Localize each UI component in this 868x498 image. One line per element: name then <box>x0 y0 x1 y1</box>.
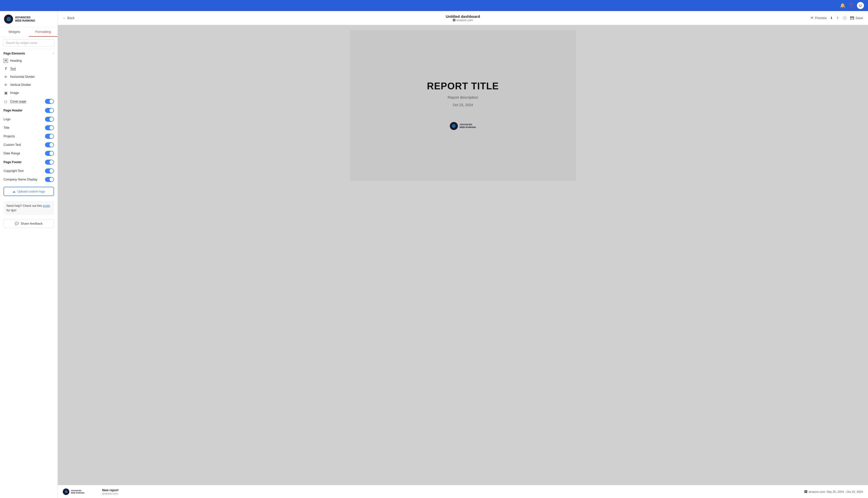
upload-icon: ☁ <box>12 189 16 193</box>
footer-logo-icon: 🌐 <box>63 488 69 495</box>
download-button[interactable]: ⬇ <box>830 16 833 20</box>
share-feedback-button[interactable]: 💬 Share feedback <box>3 219 54 228</box>
footer-report-sub: amazon.com <box>102 492 804 495</box>
logo-row-label: Logo <box>3 117 11 121</box>
preview-icon: 👁 <box>811 16 814 20</box>
dashboard-title: Untitled dashboard <box>446 14 480 18</box>
back-button[interactable]: ← Back <box>63 16 75 20</box>
custom-text-toggle[interactable] <box>45 142 54 147</box>
footer-report-name: New report <box>102 488 804 492</box>
report-date: Oct 23, 2024 <box>453 103 473 107</box>
history-icon: 🕐 <box>843 16 847 20</box>
notification-icon[interactable]: 🔔 <box>840 3 845 8</box>
content-area: ← Back Untitled dashboard 🅰 amazon.com 👁… <box>58 11 868 498</box>
share-icon: 💬 <box>15 222 19 225</box>
image-label: Image <box>10 91 54 95</box>
sidebar-item-copyright-text[interactable]: Copyright Text <box>0 167 57 175</box>
page-footer-label: Page Footer <box>3 160 22 164</box>
history-button[interactable]: 🕐 <box>843 16 847 20</box>
vertical-divider-label: Vertical Divider <box>10 83 54 87</box>
upload-label: Upload custom logo <box>17 190 45 193</box>
report-logo-icon: 🌐 <box>450 122 458 130</box>
footer-report-info: New report amazon.com <box>87 488 804 495</box>
cover-page-toggle[interactable] <box>45 99 54 104</box>
copyright-text-toggle[interactable] <box>45 168 54 173</box>
footer-logo: 🌐 Advanced WEB RANKING <box>63 488 85 495</box>
header-subtitle: 🅰 amazon.com <box>446 18 480 22</box>
help-link[interactable]: guide <box>43 204 50 208</box>
save-label: Save <box>855 16 863 20</box>
share-button[interactable]: ⇧ <box>837 16 839 20</box>
canvas-area: REPORT TITLE Report description Oct 23, … <box>58 25 868 485</box>
page-elements-chevron-icon[interactable]: › <box>53 52 54 55</box>
preview-button[interactable]: 👁 Preview <box>811 16 827 20</box>
report-logo-text: Advanced WEB RANKING <box>459 123 476 129</box>
horizontal-divider-icon: ✛ <box>3 75 8 79</box>
tab-formatting[interactable]: Formatting <box>29 27 58 37</box>
page-header-toggle[interactable] <box>45 108 54 113</box>
heading-label: Heading <box>10 59 54 63</box>
page-footer-toggle[interactable] <box>45 160 54 165</box>
main-layout: 🌐 Advanced WEB RANKING Widgets Formattin… <box>0 11 868 498</box>
page-header-label: Page Header <box>3 109 23 112</box>
help-suffix: for tips! <box>7 209 16 212</box>
sidebar-tabs: Widgets Formatting <box>0 27 57 37</box>
sidebar-help: Need help? Check out this guide for tips… <box>3 201 54 215</box>
footer-domain: amazon.com <box>809 490 825 493</box>
sidebar-item-vertical-divider[interactable]: ✛ Vertical Divider <box>0 81 57 89</box>
sidebar-item-custom-text[interactable]: Custom Text <box>0 141 57 149</box>
sidebar-item-logo[interactable]: Logo <box>0 115 57 123</box>
title-toggle[interactable] <box>45 125 54 130</box>
projects-row-label: Projects <box>3 134 15 138</box>
share-header-icon: ⇧ <box>837 16 839 20</box>
sidebar-item-projects[interactable]: Projects <box>0 132 57 141</box>
tab-widgets[interactable]: Widgets <box>0 27 29 37</box>
company-name-display-toggle[interactable] <box>45 177 54 182</box>
horizontal-divider-label: Horizontal Divider <box>10 75 54 79</box>
projects-toggle[interactable] <box>45 134 54 139</box>
sidebar-item-company-name-display[interactable]: Company Name Display <box>0 175 57 184</box>
sidebar-search <box>0 37 57 49</box>
content-header: ← Back Untitled dashboard 🅰 amazon.com 👁… <box>58 11 868 25</box>
top-bar: 🔔 ❓ U <box>0 0 868 11</box>
sidebar-item-text[interactable]: T Text <box>0 65 57 73</box>
upload-custom-logo-button[interactable]: ☁ Upload custom logo <box>3 187 54 196</box>
footer-date-range: Sep 25, 2024 - Oct 23, 2024 <box>827 490 863 493</box>
logo-text: Advanced WEB RANKING <box>15 16 35 22</box>
help-icon[interactable]: ❓ <box>848 3 854 8</box>
image-icon: ▣ <box>3 91 8 95</box>
header-center: Untitled dashboard 🅰 amazon.com <box>446 14 480 22</box>
search-input[interactable] <box>3 39 54 47</box>
company-name-display-label: Company Name Display <box>3 178 37 181</box>
sidebar-item-heading[interactable]: H Heading <box>0 57 57 65</box>
footer-amazon-icon: 🅰 <box>804 490 807 493</box>
heading-icon: H <box>3 59 8 63</box>
sidebar: 🌐 Advanced WEB RANKING Widgets Formattin… <box>0 11 58 498</box>
cover-page-label: Cover page <box>10 100 43 103</box>
download-icon: ⬇ <box>830 16 833 20</box>
sidebar-item-horizontal-divider[interactable]: ✛ Horizontal Divider <box>0 73 57 81</box>
sidebar-item-image[interactable]: ▣ Image <box>0 89 57 97</box>
title-row-label: Title <box>3 126 9 130</box>
save-icon: 💾 <box>850 16 854 20</box>
logo-toggle[interactable] <box>45 117 54 122</box>
save-button[interactable]: 💾 Save <box>850 16 863 20</box>
sidebar-logo: 🌐 Advanced WEB RANKING <box>0 11 57 27</box>
sidebar-item-title[interactable]: Title <box>0 123 57 132</box>
content-header-wrapper: ← Back Untitled dashboard 🅰 amazon.com 👁… <box>63 16 863 20</box>
sidebar-item-date-range[interactable]: Date Range <box>0 149 57 158</box>
header-actions: 👁 Preview ⬇ ⇧ 🕐 💾 Save <box>811 16 863 20</box>
date-range-toggle[interactable] <box>45 151 54 156</box>
sidebar-item-cover-page[interactable]: ◻ Cover page <box>0 97 57 106</box>
text-icon: T <box>3 67 8 71</box>
cover-page-icon: ◻ <box>3 100 8 103</box>
report-logo-bottom: 🌐 Advanced WEB RANKING <box>450 122 476 130</box>
footer-bar: 🌐 Advanced WEB RANKING New report amazon… <box>58 485 868 498</box>
report-title: REPORT TITLE <box>427 81 499 92</box>
report-description: Report description <box>448 95 478 100</box>
preview-label: Preview <box>815 16 827 20</box>
copyright-text-label: Copyright Text <box>3 169 24 173</box>
user-avatar[interactable]: U <box>857 2 864 9</box>
page-elements-header: Page Elements › <box>0 49 57 57</box>
custom-text-row-label: Custom Text <box>3 143 21 147</box>
